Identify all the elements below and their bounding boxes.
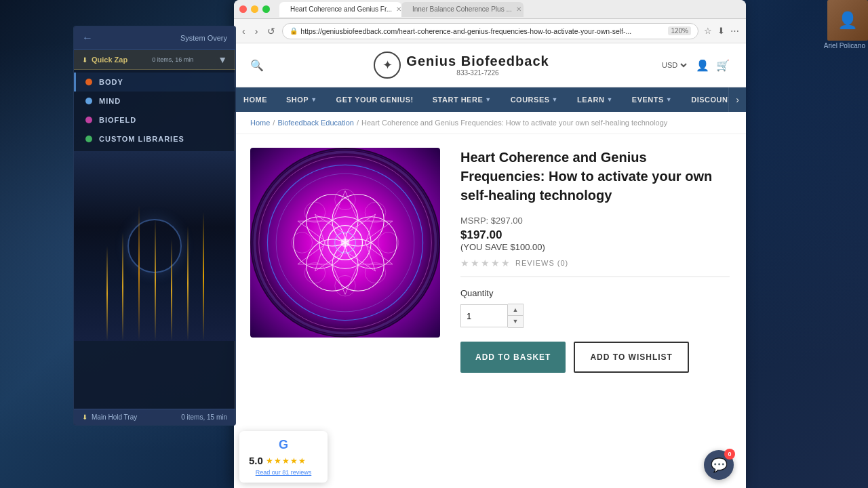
browser-tabs: Heart Coherence and Genius Fr... ✕ Inner… [279, 2, 741, 17]
traffic-light-close[interactable] [239, 5, 247, 13]
rating-row: ★ ★ ★ ★ ★ REVIEWS (0) [460, 258, 730, 277]
account-button[interactable]: 👤 [696, 59, 709, 72]
svg-point-15 [341, 239, 350, 247]
star-3: ★ [481, 258, 490, 268]
nav-forward-button[interactable]: › [252, 24, 261, 38]
website-content: 🔍 ✦ Genius Biofeedback 833-321-7226 USD … [234, 43, 746, 488]
reviews-count[interactable]: REVIEWS (0) [515, 259, 568, 267]
browser-tab-label-1: Heart Coherence and Genius Fr... [290, 5, 392, 13]
traffic-light-minimize[interactable] [251, 5, 258, 13]
sidebar-item-label-custom: CUSTOM LIBRARIES [99, 135, 184, 143]
breadcrumb-home[interactable]: Home [250, 119, 270, 127]
back-button[interactable]: ← [82, 32, 93, 44]
star-5: ★ [501, 258, 510, 268]
sidebar-preview [74, 151, 235, 341]
nav-arrow-start: ▼ [485, 96, 491, 103]
review-stars: ★ ★ ★ ★ ★ [266, 456, 306, 466]
currency-select[interactable]: USD [659, 60, 689, 70]
sidebar-item-biofield[interactable]: BIOFELD [74, 110, 235, 129]
nav-more-button[interactable]: › [728, 87, 746, 112]
sidebar-item-label-mind: MIND [99, 97, 121, 105]
add-to-wishlist-button[interactable]: ADD TO WISHLIST [574, 342, 688, 373]
chat-badge: 0 [724, 449, 735, 460]
nav-item-courses[interactable]: COURSES ▼ [501, 87, 568, 112]
site-nav: HOME SHOP ▼ GET YOUR GENIUS! START HERE … [234, 87, 746, 112]
sidebar-bottom-bar[interactable]: ⬇ Main Hold Tray 0 items, 15 min [74, 409, 235, 425]
quick-zap-label: Quick Zap [92, 56, 127, 64]
nav-label-genius: GET YOUR GENIUS! [336, 96, 414, 104]
nav-back-button[interactable]: ‹ [239, 24, 248, 38]
nav-item-learn[interactable]: LEARN ▼ [568, 87, 623, 112]
product-image-col: G 5.0 ★ ★ ★ ★ ★ Read our 81 reviews [250, 148, 440, 373]
breadcrumb-sep-2: / [357, 119, 359, 127]
dot-body [85, 79, 92, 85]
sidebar-item-mind[interactable]: MIND [74, 92, 235, 110]
review-link[interactable]: Read our 81 reviews [249, 469, 318, 476]
add-to-basket-button[interactable]: ADD TO BASKET [460, 342, 566, 373]
browser-tab-2[interactable]: Inner Balance Coherence Plus ... ✕ [401, 2, 524, 17]
preview-lines [74, 205, 235, 341]
quantity-spinners: ▲ ▼ [508, 304, 524, 328]
quantity-label: Quantity [460, 288, 730, 298]
tab-close-1[interactable]: ✕ [396, 5, 401, 13]
nav-item-events[interactable]: EVENTS ▼ [623, 87, 682, 112]
nav-label-shop: SHOP [286, 96, 309, 104]
product-section: G 5.0 ★ ★ ★ ★ ★ Read our 81 reviews [234, 134, 746, 386]
header-actions: USD 👤 🛒 [659, 59, 730, 72]
nav-arrow-shop: ▼ [311, 96, 317, 103]
address-text: https://geniusbiofeedback.com/heart-cohe… [300, 27, 665, 35]
review-star-2: ★ [274, 456, 281, 466]
quantity-decrease-button[interactable]: ▼ [508, 316, 523, 327]
address-bar[interactable]: 🔒 https://geniusbiofeedback.com/heart-co… [282, 23, 698, 39]
mandala-svg [250, 148, 440, 338]
quick-zap-bar[interactable]: ⬇ Quick Zap 0 items, 16 min ▼ [74, 50, 235, 70]
star-2: ★ [471, 258, 479, 268]
quantity-increase-button[interactable]: ▲ [508, 304, 523, 316]
nav-item-shop[interactable]: SHOP ▼ [277, 87, 327, 112]
sidebar-item-custom[interactable]: CUSTOM LIBRARIES [74, 129, 235, 148]
profile-corner: 👤 Ariel Policano [800, 0, 868, 54]
product-info-col: Heart Coherence and Genius Frequencies: … [460, 148, 730, 373]
lock-icon: 🔒 [290, 27, 298, 35]
review-star-4: ★ [290, 456, 298, 466]
site-header: 🔍 ✦ Genius Biofeedback 833-321-7226 USD … [234, 43, 746, 87]
star-4: ★ [491, 258, 500, 268]
chat-widget[interactable]: 💬 0 [704, 450, 734, 480]
browser-toolbar: ‹ › ↺ 🔒 https://geniusbiofeedback.com/he… [234, 19, 746, 43]
dot-biofield [85, 117, 92, 123]
review-star-3: ★ [282, 456, 290, 466]
sidebar-nav: BODY MIND BIOFELD CUSTOM LIBRARIES [74, 70, 235, 151]
nav-label-courses: COURSES [511, 96, 550, 104]
tab-close-2[interactable]: ✕ [516, 5, 521, 13]
download-button[interactable]: ⬇ [716, 24, 726, 37]
stars-row: ★ ★ ★ ★ ★ [460, 258, 510, 268]
nav-refresh-button[interactable]: ↺ [264, 24, 278, 38]
logo-circle: ✦ [374, 52, 401, 79]
nav-label-home: HOME [243, 96, 267, 104]
google-logo: G [249, 438, 318, 452]
browser-tab-1[interactable]: Heart Coherence and Genius Fr... ✕ [279, 2, 401, 17]
review-star-1: ★ [266, 456, 273, 466]
traffic-light-maximize[interactable] [262, 5, 270, 13]
logo-name: Genius Biofeedback [406, 54, 549, 69]
nav-label-learn: LEARN [577, 96, 604, 104]
sidebar-header: ← System Overy [74, 26, 235, 50]
nav-item-genius[interactable]: GET YOUR GENIUS! [327, 87, 423, 112]
breadcrumb-sep-1: / [273, 119, 275, 127]
price-current: $197.00 [460, 228, 730, 242]
breadcrumb-education[interactable]: Biofeedback Education [277, 119, 354, 127]
bookmark-button[interactable]: ☆ [703, 24, 713, 37]
quantity-input-row: ▲ ▼ [460, 304, 730, 328]
settings-button[interactable]: ⋯ [729, 24, 741, 37]
zoom-badge: 120% [668, 26, 691, 35]
nav-item-home[interactable]: HOME [234, 87, 277, 112]
sidebar-item-body[interactable]: BODY [74, 73, 235, 92]
review-score-row: 5.0 ★ ★ ★ ★ ★ [249, 455, 318, 466]
quantity-input[interactable] [460, 304, 508, 327]
product-title: Heart Coherence and Genius Frequencies: … [460, 148, 730, 205]
search-button[interactable]: 🔍 [250, 59, 264, 72]
nav-item-start[interactable]: START HERE ▼ [423, 87, 501, 112]
nav-arrow-learn: ▼ [606, 96, 612, 103]
cart-button[interactable]: 🛒 [716, 59, 730, 72]
dot-custom [85, 136, 92, 142]
